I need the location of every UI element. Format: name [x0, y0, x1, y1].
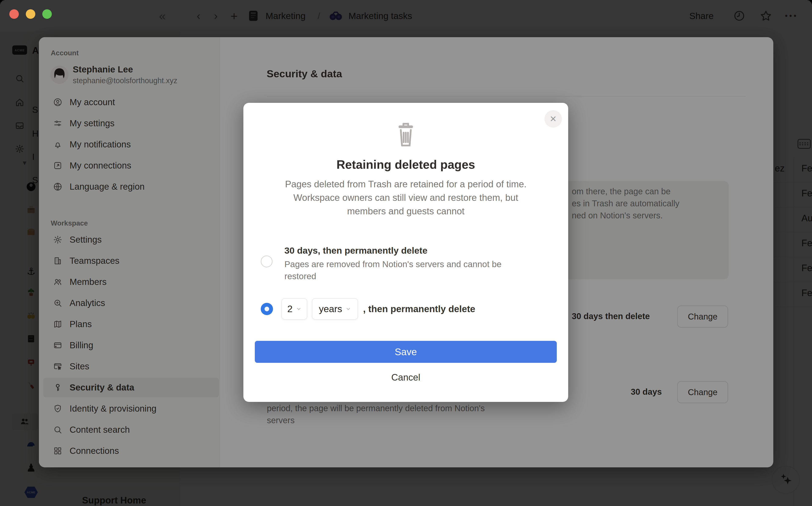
unit-dropdown[interactable]: years — [312, 298, 358, 320]
close-window-button[interactable] — [9, 9, 19, 19]
retaining-deleted-pages-modal: ✕ Retaining deleted pages Pages deleted … — [244, 103, 568, 402]
close-icon[interactable]: ✕ — [544, 110, 562, 128]
chevron-down-icon — [345, 306, 351, 312]
modal-description: Pages deleted from Trash are retained fo… — [285, 177, 527, 218]
minimize-window-button[interactable] — [26, 9, 35, 19]
trash-icon — [394, 121, 418, 147]
option-30-days[interactable]: 30 days, then permanently delete Pages a… — [244, 245, 568, 282]
option-sublabel: Pages are removed from Notion's servers … — [284, 258, 501, 282]
option-suffix: , then permanently delete — [363, 304, 475, 314]
save-button[interactable]: Save — [255, 341, 557, 363]
radio-unselected[interactable] — [261, 256, 273, 267]
modal-title: Retaining deleted pages — [336, 158, 475, 171]
option-custom-period[interactable]: 2 years , then permanently delete — [244, 298, 568, 320]
chevron-down-icon — [296, 306, 301, 312]
option-label: 30 days, then permanently delete — [284, 245, 501, 256]
zoom-window-button[interactable] — [42, 9, 52, 19]
cancel-button[interactable]: Cancel — [391, 372, 420, 383]
window-controls — [9, 9, 52, 19]
notion-window: « ‹ › + Marketing / Marketing tasks Shar… — [0, 0, 812, 506]
number-dropdown[interactable]: 2 — [281, 298, 307, 320]
radio-selected[interactable] — [261, 303, 273, 315]
